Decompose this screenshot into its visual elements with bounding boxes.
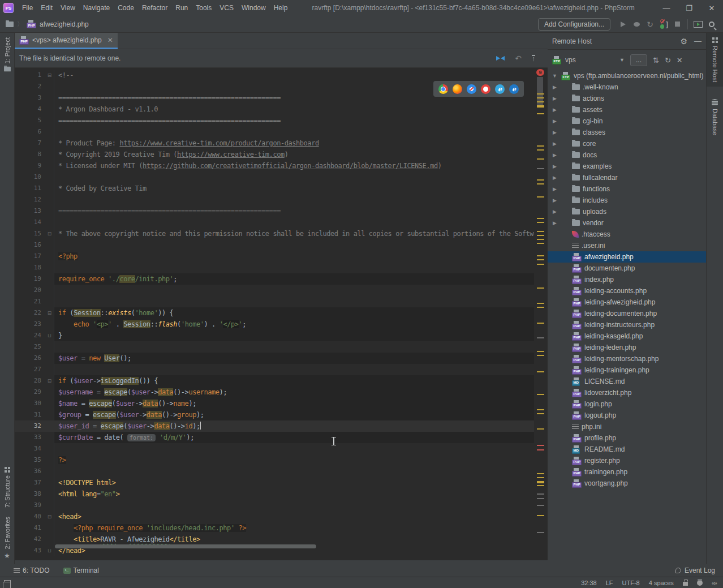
stripe-mark[interactable] [537, 235, 544, 236]
fold-marker-icon[interactable]: ⊟ [45, 375, 54, 387]
tree-item-logout.php[interactable]: PHPlogout.php [548, 410, 706, 421]
stripe-mark[interactable] [537, 97, 544, 98]
add-configuration-button[interactable]: Add Configuration... [538, 18, 610, 31]
opera-icon[interactable] [481, 84, 490, 94]
stripe-mark[interactable] [537, 307, 544, 308]
chrome-icon[interactable] [438, 84, 448, 94]
code-line-37[interactable]: 37<!DOCTYPE html> [15, 477, 535, 488]
maximize-button[interactable]: ❐ [678, 0, 700, 16]
code-line-8[interactable]: 8* Copyright 2019 Creative Tim (https://… [15, 149, 535, 160]
stripe-mark[interactable] [537, 413, 544, 414]
gear-icon[interactable]: ⚙ [680, 37, 687, 46]
tree-item-leiding-kasgeld.php[interactable]: PHPleiding-kasgeld.php [548, 331, 706, 342]
code-line-25[interactable]: 25 [15, 341, 535, 353]
stripe-mark[interactable] [537, 498, 544, 499]
tree-item-register.php[interactable]: PHPregister.php [548, 455, 706, 466]
highlighting-level-icon[interactable]: «» [712, 580, 716, 586]
tree-item-vps--ftp.ambulanceroerveen.nl-public-html-[interactable]: ▼FTPvps (ftp.ambulanceroerveen.nl/public… [548, 70, 706, 81]
menu-item-vcs[interactable]: VCS [216, 0, 238, 16]
stripe-mark[interactable] [537, 105, 544, 108]
code-line-7[interactable]: 7* Product Page: https://www.creative-ti… [15, 138, 535, 149]
menu-item-help[interactable]: Help [270, 0, 292, 16]
code-line-1[interactable]: 1⊟<!-- [15, 70, 535, 81]
stripe-mark[interactable] [537, 158, 544, 160]
tree-toggle-icon[interactable]: ▶ [551, 198, 558, 203]
stripe-mark[interactable] [537, 485, 544, 486]
tree-item-afwezigheid.php[interactable]: PHPafwezigheid.php [548, 251, 706, 263]
code-line-14[interactable]: 14 [15, 217, 535, 228]
tree-item-leiding-leden.php[interactable]: PHPleiding-leden.php [548, 342, 706, 353]
menu-item-tools[interactable]: Tools [192, 0, 216, 16]
tool-button-todo[interactable]: 6: TODO [14, 566, 50, 574]
code-line-40[interactable]: 40⊟<head> [15, 511, 535, 522]
stripe-mark[interactable] [537, 255, 544, 256]
tree-item-classes[interactable]: ▶classes [548, 127, 706, 138]
stripe-mark[interactable] [537, 101, 544, 102]
code-line-26[interactable]: 26$user = new User(); [15, 353, 535, 364]
refresh-icon[interactable]: ↻ [665, 56, 671, 65]
tool-button-database[interactable]: Database [712, 95, 718, 140]
tree-item-actions[interactable]: ▶actions [548, 93, 706, 104]
menu-item-view[interactable]: View [57, 0, 79, 16]
minimize-button[interactable]: — [655, 0, 678, 16]
tool-button-structure[interactable]: 7: Structure [4, 462, 11, 512]
stripe-mark[interactable] [537, 428, 544, 430]
tree-item-fullcalendar[interactable]: ▶fullcalendar [548, 172, 706, 183]
stop-button[interactable] [670, 18, 684, 31]
code-line-13[interactable]: 13======================================… [15, 205, 535, 217]
editor-tab[interactable]: PHP <vps> afwezigheid.php ✕ [15, 33, 118, 49]
code-line-5[interactable]: 5=======================================… [15, 115, 535, 126]
menu-item-file[interactable]: File [18, 0, 37, 16]
tree-item-voortgang.php[interactable]: PHPvoortgang.php [548, 478, 706, 489]
code-line-9[interactable]: 9* Licensed under MIT (https://github.co… [15, 160, 535, 171]
stripe-mark[interactable] [537, 493, 544, 495]
fold-marker-icon[interactable]: ⊟ [45, 511, 54, 522]
code-line-36[interactable]: 36 [15, 466, 535, 477]
tool-button-event-log[interactable]: Event Log [675, 566, 715, 574]
tree-item-.well-known[interactable]: ▶.well-known [548, 81, 706, 93]
stripe-mark[interactable] [537, 287, 544, 289]
code-line-17[interactable]: 17<?php [15, 251, 535, 262]
search-everywhere-icon[interactable] [705, 18, 718, 31]
tree-item-license.md[interactable]: MDLICENSE.md [548, 376, 706, 387]
safari-icon[interactable] [467, 84, 476, 94]
code-line-33[interactable]: 33$currDate = date( format: 'd/m/Y'); [15, 432, 535, 443]
stripe-mark[interactable] [537, 264, 544, 265]
code-line-27[interactable]: 27 [15, 364, 535, 375]
tree-item-leiding-trainingen.php[interactable]: PHPleiding-trainingen.php [548, 364, 706, 376]
stripe-mark[interactable] [537, 259, 544, 260]
indent-setting[interactable]: 4 spaces [649, 580, 674, 586]
firefox-icon[interactable] [453, 84, 462, 94]
tree-toggle-icon[interactable]: ▶ [551, 164, 558, 169]
tree-item-leiding-accounts.php[interactable]: PHPleiding-accounts.php [548, 285, 706, 297]
code-line-34[interactable]: 34 [15, 443, 535, 454]
horizontal-scrollbar[interactable] [55, 544, 316, 548]
code-line-28[interactable]: 28⊟if ($user->isLoggedIn()) { [15, 375, 535, 387]
code-line-6[interactable]: 6 [15, 126, 535, 138]
menu-item-window[interactable]: Window [238, 0, 270, 16]
tree-item-login.php[interactable]: PHPlogin.php [548, 398, 706, 410]
stripe-mark[interactable] [537, 532, 544, 533]
code-line-31[interactable]: 31$group = escape($user->data()->group); [15, 409, 535, 420]
fold-marker-icon[interactable]: ⊔ [45, 545, 54, 556]
attach-debugger-icon[interactable]: ↻ [643, 18, 657, 31]
stripe-mark[interactable] [537, 515, 544, 516]
code-line-10[interactable]: 10 [15, 171, 535, 183]
tree-item-documenten.php[interactable]: PHPdocumenten.php [548, 263, 706, 274]
stripe-mark[interactable] [537, 196, 544, 198]
code-line-16[interactable]: 16 [15, 239, 535, 251]
stripe-mark[interactable] [537, 394, 544, 395]
stripe-mark[interactable] [537, 239, 544, 240]
run-button[interactable] [616, 18, 630, 31]
stripe-mark[interactable] [537, 449, 544, 450]
code-line-30[interactable]: 30$name = escape($user->data()->name); [15, 398, 535, 409]
tree-item-leiding-instructeurs.php[interactable]: PHPleiding-instructeurs.php [548, 319, 706, 331]
code-line-38[interactable]: 38<html lang="en"> [15, 488, 535, 500]
stripe-mark[interactable] [537, 323, 544, 324]
ie-icon[interactable]: e [495, 84, 505, 94]
code-line-15[interactable]: 15⊟* The above copyright notice and this… [15, 228, 535, 239]
tree-item-index.php[interactable]: PHPindex.php [548, 274, 706, 285]
code-editor[interactable]: 1⊟<!--23================================… [15, 68, 548, 560]
stripe-mark[interactable] [537, 351, 544, 352]
tree-item-php.ini[interactable]: php.ini [548, 421, 706, 432]
